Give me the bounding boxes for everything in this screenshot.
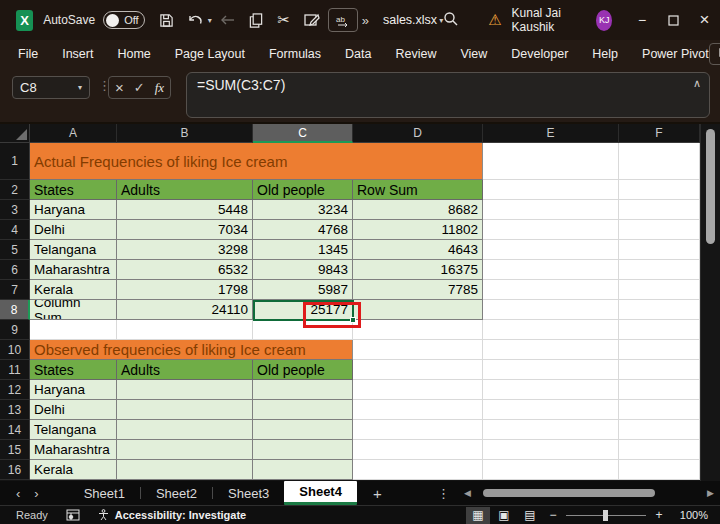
cell-E5[interactable] [483,240,619,260]
cell-B4[interactable]: 7034 [117,220,253,240]
cut-icon[interactable]: ✂ [272,8,296,32]
cell-F15[interactable] [619,440,700,460]
cell-A15[interactable]: Maharashtra [30,440,117,460]
name-box[interactable]: C8 ▾ [12,76,90,99]
cell-A3[interactable]: Haryana [30,200,117,220]
copy-icon[interactable] [244,8,268,32]
find-replace-icon[interactable]: ab [328,8,358,32]
cell-F12[interactable] [619,380,700,400]
cell-E12[interactable] [483,380,619,400]
cell-B11[interactable]: Adults [117,360,253,380]
row-header-8[interactable]: 8 [0,300,30,320]
cell-F7[interactable] [619,280,700,300]
cell-E13[interactable] [483,400,619,420]
hscroll-left-icon[interactable]: ◀ [458,488,477,498]
cell-A11[interactable]: States [30,360,117,380]
accessibility-status[interactable]: Accessibility: Investigate [115,509,246,521]
view-normal-icon[interactable]: ▦ [466,507,490,524]
row-header-14[interactable]: 14 [0,420,30,440]
ribbon-tab-help[interactable]: Help [592,47,618,61]
cancel-entry-icon[interactable]: × [115,79,124,96]
ribbon-tab-home[interactable]: Home [117,47,150,61]
column-header-C[interactable]: C [253,124,353,143]
column-header-E[interactable]: E [483,124,619,143]
cell-B2[interactable]: Adults [117,180,253,200]
ribbon-tab-view[interactable]: View [460,47,487,61]
cell-E1[interactable] [483,143,619,180]
vertical-scrollbar-thumb[interactable] [706,129,715,244]
cell-F14[interactable] [619,420,700,440]
user-name[interactable]: Kunal Jai Kaushik [512,6,586,34]
cell-F5[interactable] [619,240,700,260]
warning-icon[interactable]: ⚠ [488,11,501,29]
select-all-corner[interactable] [0,124,30,143]
cell-E3[interactable] [483,200,619,220]
column-header-A[interactable]: A [30,124,117,143]
cell-D7[interactable]: 7785 [353,280,483,300]
ribbon-tab-data[interactable]: Data [345,47,371,61]
confirm-entry-icon[interactable]: ✓ [134,80,145,95]
cell-D11[interactable] [353,360,483,380]
ribbon-tab-insert[interactable]: Insert [62,47,93,61]
cell-B15[interactable] [117,440,253,460]
cell-F11[interactable] [619,360,700,380]
accessibility-icon[interactable] [98,509,109,521]
row-header-3[interactable]: 3 [0,200,30,220]
zoom-slider-thumb[interactable] [603,510,608,521]
column-header-D[interactable]: D [353,124,483,143]
save-icon[interactable] [155,8,179,32]
cell-D14[interactable] [353,420,483,440]
cell-F9[interactable] [619,320,700,340]
cell-C14[interactable] [253,420,353,440]
cell-C7[interactable]: 5987 [253,280,353,300]
search-icon[interactable] [443,11,458,29]
sheet-tabs-more-icon[interactable]: ⋮ [429,481,458,505]
cell-D6[interactable]: 16375 [353,260,483,280]
cell-A14[interactable]: Telangana [30,420,117,440]
cell-C4[interactable]: 4768 [253,220,353,240]
cell-B12[interactable] [117,380,253,400]
undo-icon[interactable] [183,8,207,32]
vertical-scrollbar[interactable] [700,124,720,481]
cell-D2[interactable]: Row Sum [353,180,483,200]
cell-F13[interactable] [619,400,700,420]
cell-D12[interactable] [353,380,483,400]
row-header-1[interactable]: 1 [0,143,30,180]
view-page-layout-icon[interactable]: ▣ [492,507,516,524]
close-button[interactable]: × [689,0,720,40]
cell-D13[interactable] [353,400,483,420]
row-header-15[interactable]: 15 [0,440,30,460]
horizontal-scrollbar[interactable]: ◀ ▶ [458,481,720,505]
cell-E8[interactable] [483,300,619,320]
row-header-12[interactable]: 12 [0,380,30,400]
edit-pen-icon[interactable] [300,8,324,32]
cell-D4[interactable]: 11802 [353,220,483,240]
cell-A5[interactable]: Telangana [30,240,117,260]
zoom-in-button[interactable]: + [650,508,668,522]
add-sheet-button[interactable]: + [357,481,398,505]
cell-B16[interactable] [117,460,253,480]
collapse-formula-bar-icon[interactable]: ∧ [693,77,701,90]
row-header-4[interactable]: 4 [0,220,30,240]
row-header-13[interactable]: 13 [0,400,30,420]
cell-F8[interactable] [619,300,700,320]
cell-F4[interactable] [619,220,700,240]
cell-E10[interactable] [483,340,619,360]
cell-F3[interactable] [619,200,700,220]
cell-A4[interactable]: Delhi [30,220,117,240]
cell-F6[interactable] [619,260,700,280]
cell-C12[interactable] [253,380,353,400]
cell-C13[interactable] [253,400,353,420]
zoom-level[interactable]: 100% [670,509,708,521]
comments-button[interactable]: Comments [709,43,720,65]
horizontal-scrollbar-thumb[interactable] [483,489,655,497]
cell-B8[interactable]: 24110 [117,300,253,320]
column-header-B[interactable]: B [117,124,253,143]
row-header-9[interactable]: 9 [0,320,30,340]
ribbon-tab-review[interactable]: Review [395,47,436,61]
cell-B6[interactable]: 6532 [117,260,253,280]
cell-A8[interactable]: Column Sum [30,300,117,320]
row-header-16[interactable]: 16 [0,460,30,480]
cell-B13[interactable] [117,400,253,420]
cell-B9[interactable] [117,320,253,340]
